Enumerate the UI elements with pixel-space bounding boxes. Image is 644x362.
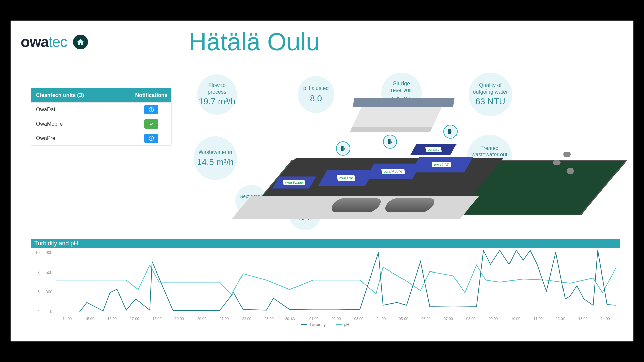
legend-label: Turbidity [309, 322, 326, 327]
bubble-label: Flow to process [200, 82, 234, 95]
info-icon [149, 136, 154, 141]
app-frame: owatec Hätälä Oulu Cleantech units (3) N… [10, 20, 634, 342]
chart-legend: Turbidity pH [31, 322, 620, 327]
units-header: Cleantech units (3) Notifications [31, 88, 171, 102]
bubble-label: Sludge reservoir [384, 81, 419, 93]
brand-tec: tec [49, 34, 67, 50]
container-tag: owa Pre [337, 175, 356, 181]
home-button[interactable] [73, 35, 88, 49]
bubble-label: Quality of outgoing water [471, 82, 509, 95]
brand-owa: owa [21, 34, 49, 50]
container-owadaf: owa DAF [411, 157, 473, 172]
table-row[interactable]: OwaDaf [31, 102, 171, 117]
fish-icon [563, 152, 571, 157]
unit-name: OwaDaf [31, 103, 131, 117]
units-panel: Cleantech units (3) Notifications OwaDaf… [31, 88, 172, 146]
bubble-value: 14.5 m³/h [197, 157, 234, 167]
door-enter-icon [387, 138, 393, 145]
svg-rect-2 [151, 108, 151, 109]
chart-title: Turbidity and pH [31, 239, 620, 248]
fish-icon [553, 160, 561, 165]
info-icon [149, 107, 154, 112]
legend-label: pH [344, 322, 350, 327]
legend-ph: pH [336, 322, 350, 327]
units-header-name: Cleantech units (3) [31, 88, 131, 102]
units-header-note: Notifications [131, 88, 171, 102]
table-row[interactable]: OwaMobile [31, 117, 171, 131]
brand-logo: owatec [21, 34, 88, 50]
door-enter-icon [340, 145, 346, 152]
building [350, 104, 443, 132]
legend-swatch [336, 324, 342, 325]
container-tag: owatec [425, 147, 441, 152]
bubble-value: 63 NTU [475, 96, 505, 107]
notification-badge-info[interactable] [144, 134, 158, 143]
svg-rect-1 [151, 109, 151, 111]
svg-rect-5 [151, 137, 151, 137]
page-title: Hätälä Oulu [189, 27, 320, 56]
legend-swatch [301, 324, 307, 325]
enter-unit-button[interactable] [443, 125, 458, 139]
bubble-label: Wastewater in [199, 149, 232, 155]
enter-unit-button[interactable] [383, 135, 397, 149]
y-axis-turbidity: 9006003000 [41, 250, 52, 314]
notification-badge-info[interactable] [144, 105, 158, 114]
svg-rect-4 [151, 138, 151, 140]
bubble-label: pH ajusted [303, 85, 329, 92]
x-axis: 14:0015:0016:0017:0018:0019:0020:0021:00… [56, 317, 616, 321]
chart-svg [56, 250, 616, 314]
brand-text: owatec [21, 34, 67, 50]
container-tag: owa DAF [432, 162, 452, 167]
container-tag: owa Stube [283, 180, 305, 185]
legend-turbidity: Turbidity [301, 322, 326, 327]
chart-panel: Turbidity and pH 10864 9006003000 14:001… [31, 239, 620, 333]
home-icon [76, 38, 85, 46]
enter-unit-button[interactable] [336, 141, 350, 156]
plant-illustration: owa Stube owa Pre owa Mobile owa DAF owa… [246, 108, 581, 229]
unit-name: OwaMobile [31, 117, 131, 131]
bubble-value: 8.0 [310, 93, 322, 104]
bubble-ph: pH ajusted 8.0 [298, 76, 334, 113]
y-axis-ph: 10864 [32, 250, 40, 314]
plot-area [56, 250, 616, 314]
bubble-flow-to-process: Flow to process 19.7 m³/h [197, 74, 237, 115]
table-row[interactable]: OwaPre [31, 131, 171, 145]
container-owatec: owatec [410, 144, 457, 155]
fish-icon [566, 168, 574, 174]
container-tag: owa Mobile [381, 169, 405, 174]
container-owastube: owa Stube [272, 177, 316, 189]
bubble-wastewater-in: Wastewater in 14.5 m³/h [194, 136, 237, 180]
bubble-value: 19.7 m³/h [199, 96, 235, 107]
notification-badge-ok[interactable] [144, 119, 158, 129]
unit-name: OwaPre [31, 131, 131, 145]
check-icon [149, 121, 154, 127]
door-enter-icon [447, 128, 454, 135]
chart-area[interactable]: 10864 9006003000 14:0015:0016:0017:0018:… [31, 250, 620, 321]
header: owatec Hätälä Oulu [21, 27, 623, 56]
